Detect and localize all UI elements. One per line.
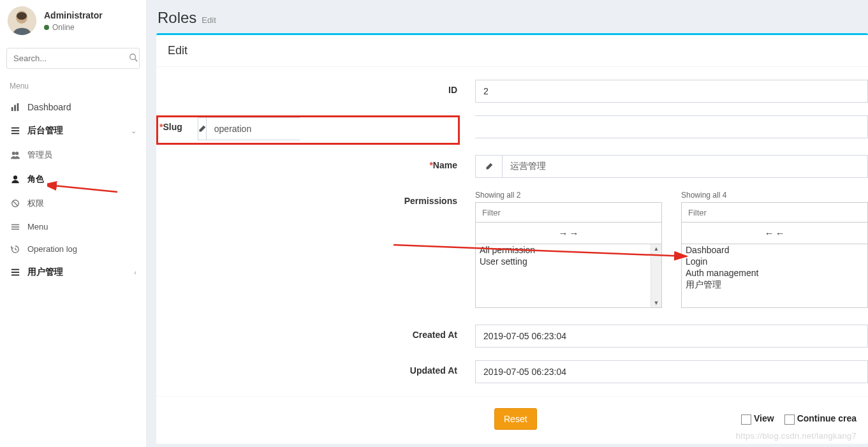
nav-oplog[interactable]: Operation log [0, 238, 146, 260]
row-name: *Name [156, 155, 868, 191]
name-input[interactable] [503, 156, 867, 177]
svg-point-12 [15, 152, 18, 155]
row-permissions: Permissions Showing all 2 →→ [156, 191, 868, 325]
sidebar: Administrator Online Menu Dashboard 后台管理… [0, 0, 147, 447]
svg-rect-20 [11, 272, 19, 273]
tasks-icon [10, 268, 21, 277]
reset-button[interactable]: Reset [494, 408, 537, 430]
continue-checkbox-label[interactable]: Continue crea [784, 413, 857, 424]
svg-point-13 [13, 175, 17, 179]
slug-input-ext[interactable] [475, 116, 867, 138]
box-title: Edit [156, 35, 868, 67]
menu-header: Menu [0, 75, 146, 96]
svg-rect-8 [11, 128, 19, 129]
pencil-icon [476, 156, 503, 177]
list-item[interactable]: Auth management [682, 267, 867, 279]
right-listbox[interactable]: Dashboard Login Auth management 用户管理 [681, 244, 868, 308]
nav-admins[interactable]: 管理员 [0, 143, 146, 167]
search-button[interactable] [127, 48, 139, 68]
chevron-left-icon: ‹ [134, 268, 136, 276]
list-item[interactable]: Login [682, 256, 867, 267]
user-icon [10, 175, 21, 184]
page-subtitle: Edit [202, 15, 216, 25]
svg-point-2 [17, 12, 27, 20]
search-icon [129, 53, 138, 64]
svg-rect-19 [11, 269, 19, 270]
svg-rect-16 [11, 224, 19, 225]
row-id: ID 2 [156, 80, 868, 115]
caret-down-icon: ▼ [654, 298, 659, 307]
move-all-right-button[interactable]: →→ [475, 223, 662, 244]
user-status: Online [44, 23, 103, 32]
caret-up-icon: ▲ [654, 244, 659, 253]
history-icon [10, 245, 21, 254]
nav-dashboard[interactable]: Dashboard [0, 96, 146, 119]
dual-right: Showing all 4 ←← Dashboard Login Au [681, 191, 868, 308]
checkbox-icon [741, 414, 751, 425]
list-item[interactable]: 用户管理 [682, 279, 867, 291]
nav-roles[interactable]: 角色 [0, 167, 146, 191]
scrollbar[interactable]: ▲▼ [651, 244, 661, 307]
row-created: Created At 2019-07-05 06:23:04 [156, 325, 868, 360]
arrow-right-icon: → [559, 228, 568, 238]
label-updated: Updated At [156, 360, 475, 376]
bar-chart-icon [10, 103, 21, 112]
arrow-left-icon: ← [765, 228, 774, 238]
arrow-left-icon: ← [776, 228, 785, 238]
avatar [8, 6, 36, 35]
nav-backend[interactable]: 后台管理 ⌄ [0, 119, 146, 143]
svg-rect-9 [11, 130, 19, 131]
svg-point-11 [12, 152, 15, 155]
edit-box: Edit ID 2 *Slug [156, 33, 868, 444]
svg-rect-7 [17, 103, 19, 111]
user-name: Administrator [44, 10, 103, 20]
svg-rect-5 [11, 107, 13, 111]
ban-icon [10, 199, 21, 208]
watermark: https://blog.csdn.net/langkang7 [736, 431, 857, 441]
updated-display: 2019-07-05 06:23:04 [475, 360, 868, 383]
label-created: Created At [156, 325, 475, 340]
nav-usermgmt[interactable]: 用户管理 ‹ [0, 260, 146, 284]
users-icon [10, 150, 21, 159]
tasks-icon [10, 126, 21, 135]
slug-highlight: *Slug [156, 115, 460, 145]
row-updated: Updated At 2019-07-05 06:23:04 [156, 360, 868, 396]
page-title: Roles [158, 9, 196, 27]
checkbox-icon [784, 414, 795, 425]
search-box [6, 48, 140, 69]
left-showing: Showing all 2 [475, 191, 662, 200]
svg-rect-10 [11, 133, 19, 135]
label-permissions: Permissions [156, 191, 475, 206]
id-display: 2 [475, 80, 868, 103]
label-name: *Name [156, 155, 475, 170]
page-header: Roles Edit [156, 6, 868, 33]
move-all-left-button[interactable]: ←← [681, 223, 868, 244]
slug-input[interactable] [207, 118, 334, 140]
main: Roles Edit Edit ID 2 *Slug [147, 0, 868, 447]
list-item[interactable]: All permission [476, 244, 661, 256]
nav-menu[interactable]: Menu [0, 216, 146, 238]
svg-rect-18 [11, 228, 19, 230]
status-dot-icon [44, 25, 49, 30]
left-filter-input[interactable] [475, 202, 662, 223]
list-item[interactable]: Dashboard [682, 244, 867, 256]
svg-rect-17 [11, 226, 19, 228]
svg-point-3 [129, 54, 135, 60]
svg-line-15 [13, 202, 18, 206]
nav-perms[interactable]: 权限 [0, 191, 146, 216]
svg-rect-6 [14, 105, 16, 112]
list-item[interactable]: User setting [476, 256, 661, 267]
user-panel: Administrator Online [0, 0, 146, 41]
dual-left: Showing all 2 →→ All permission User set… [475, 191, 662, 308]
chevron-down-icon: ⌄ [131, 127, 136, 135]
view-checkbox-label[interactable]: View [741, 413, 774, 424]
right-showing: Showing all 4 [681, 191, 868, 200]
label-id: ID [156, 80, 475, 95]
left-listbox[interactable]: All permission User setting ▲▼ [475, 244, 662, 308]
search-input[interactable] [7, 48, 127, 68]
arrow-right-icon: → [570, 228, 579, 238]
svg-line-4 [135, 59, 137, 62]
created-display: 2019-07-05 06:23:04 [475, 325, 868, 348]
svg-rect-21 [11, 275, 19, 276]
right-filter-input[interactable] [681, 202, 868, 223]
